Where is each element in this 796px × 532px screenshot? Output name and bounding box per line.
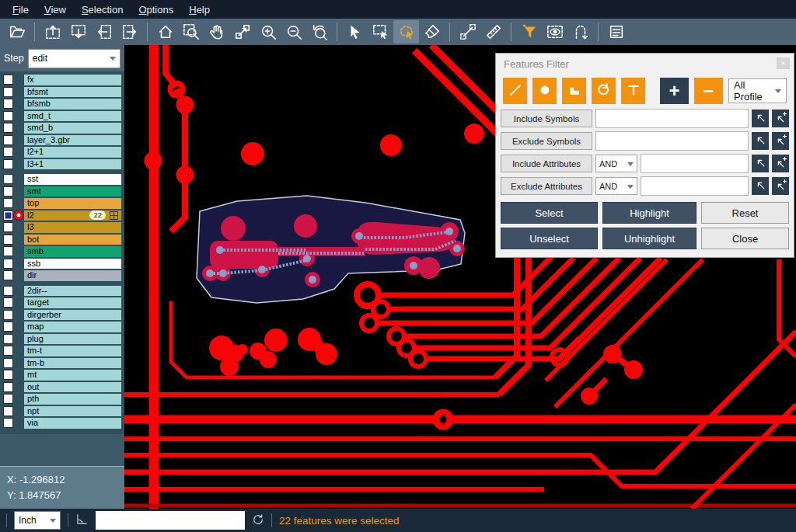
layer-row-sst[interactable]: sst: [0, 173, 124, 186]
layer-checkbox[interactable]: [3, 235, 13, 245]
layer-checkbox[interactable]: [3, 382, 13, 392]
layer-name[interactable]: out: [24, 382, 121, 393]
layer-row-smt[interactable]: smt: [0, 186, 124, 198]
layer-row-l3+1[interactable]: l3+1: [0, 158, 124, 171]
paste-up-button[interactable]: [40, 20, 65, 43]
pick-from-view-button[interactable]: [752, 177, 769, 195]
pan-view-button[interactable]: [229, 20, 255, 43]
home-button[interactable]: [152, 20, 178, 43]
layer-name[interactable]: dir: [24, 270, 121, 281]
pan-hand-button[interactable]: [204, 20, 229, 43]
layer-name[interactable]: top: [24, 198, 121, 209]
layer-name[interactable]: l3+1: [24, 159, 121, 170]
rect-select-button[interactable]: [368, 20, 393, 43]
layer-checkbox[interactable]: [3, 159, 13, 169]
pick-add-button[interactable]: [772, 155, 789, 172]
exclude-attributes-input[interactable]: [641, 176, 749, 196]
menu-file[interactable]: File: [5, 2, 37, 18]
layer-name[interactable]: smb: [24, 246, 121, 257]
features-filter-button[interactable]: [516, 20, 542, 43]
layer-row-map[interactable]: map: [0, 321, 124, 333]
layer-checkbox[interactable]: [3, 135, 13, 145]
layer-checkbox[interactable]: [3, 394, 13, 404]
text-filter-button[interactable]: [621, 78, 645, 104]
pick-add-button[interactable]: [772, 177, 789, 195]
layer-name[interactable]: smd_t: [24, 111, 121, 122]
layer-name[interactable]: ssb: [24, 259, 121, 269]
layer-row-mt[interactable]: mt: [0, 369, 124, 381]
layer-row-l3[interactable]: l3: [0, 221, 124, 234]
layer-name[interactable]: smd_b: [24, 123, 121, 134]
layer-name[interactable]: via: [24, 418, 121, 429]
layers-panel-button[interactable]: [603, 20, 629, 43]
paste-left-button[interactable]: [91, 20, 117, 43]
layer-row-fx[interactable]: fx: [0, 74, 124, 86]
layer-checkbox[interactable]: [3, 334, 13, 344]
layer-name[interactable]: l222: [24, 210, 121, 221]
layer-row-smb[interactable]: smb: [0, 245, 124, 258]
menu-options[interactable]: Options: [131, 2, 181, 18]
layer-name[interactable]: 2dir--: [24, 286, 121, 297]
layer-row-pth[interactable]: pth: [0, 393, 124, 405]
layer-checkbox[interactable]: [3, 270, 13, 280]
layer-name[interactable]: l3: [24, 222, 121, 233]
layer-name[interactable]: tm-b: [24, 358, 121, 369]
exclude-attributes-button[interactable]: Exclude Attributes: [501, 177, 592, 195]
pick-from-view-button[interactable]: [752, 155, 769, 172]
layer-row-dirgerber[interactable]: dirgerber: [0, 309, 124, 322]
layer-name[interactable]: target: [24, 297, 121, 308]
step-select[interactable]: edit: [28, 49, 120, 68]
layer-checkbox[interactable]: [3, 210, 13, 221]
layer-name[interactable]: bfsmb: [24, 99, 121, 110]
zoom-window-button[interactable]: [178, 20, 204, 43]
layer-name[interactable]: bfsmt: [24, 87, 121, 98]
menu-help[interactable]: Help: [181, 2, 218, 18]
minus-filter-button[interactable]: −: [694, 78, 723, 104]
layer-checkbox[interactable]: [3, 75, 13, 85]
paste-right-button[interactable]: [117, 20, 142, 43]
ruler-button[interactable]: [480, 20, 506, 43]
close-button[interactable]: Close: [701, 228, 789, 249]
layer-row-layer_3.gbr[interactable]: layer_3.gbr: [0, 134, 124, 147]
layer-row-tm-b[interactable]: tm-b: [0, 357, 124, 370]
polygon-select-button[interactable]: [393, 20, 419, 43]
layer-name[interactable]: pth: [24, 394, 121, 405]
zoom-previous-button[interactable]: [306, 20, 332, 43]
layer-row-target[interactable]: target: [0, 297, 124, 309]
layer-row-bfsmb[interactable]: bfsmb: [0, 98, 124, 110]
plus-filter-button[interactable]: +: [660, 78, 689, 104]
zoom-in-button[interactable]: [255, 20, 281, 43]
paste-down-button[interactable]: [65, 20, 91, 43]
clean-brush-button[interactable]: [419, 20, 445, 43]
layer-name[interactable]: bot: [24, 235, 121, 245]
layer-checkbox[interactable]: [3, 322, 13, 332]
layer-row-smd_t[interactable]: smd_t: [0, 110, 124, 123]
layer-checkbox[interactable]: [3, 310, 13, 320]
pointer-select-button[interactable]: [342, 20, 368, 43]
reset-button[interactable]: Reset: [701, 202, 789, 224]
layer-checkbox[interactable]: [3, 297, 13, 308]
layer-name[interactable]: dirgerber: [24, 310, 121, 321]
pick-from-view-button[interactable]: [752, 110, 769, 127]
layer-name[interactable]: layer_3.gbr: [24, 135, 121, 146]
layer-checkbox[interactable]: [3, 286, 13, 296]
layer-row-ssb[interactable]: ssb: [0, 258, 124, 270]
include-attributes-operator-select[interactable]: AND: [595, 155, 637, 172]
layer-name[interactable]: map: [24, 322, 121, 332]
exclude-symbols-input[interactable]: [595, 131, 749, 151]
refresh-icon[interactable]: [252, 513, 264, 528]
layer-checkbox[interactable]: [3, 111, 13, 121]
menu-selection[interactable]: Selection: [74, 2, 131, 18]
layer-checkbox[interactable]: [3, 358, 13, 368]
open-button[interactable]: [4, 20, 30, 43]
exclude-attributes-operator-select[interactable]: AND: [595, 177, 637, 195]
layer-checkbox[interactable]: [3, 259, 13, 269]
pick-from-view-button[interactable]: [752, 132, 769, 150]
arc-filter-button[interactable]: [592, 78, 616, 104]
layer-row-l2+1[interactable]: l2+1: [0, 146, 124, 158]
exclude-symbols-button[interactable]: Exclude Symbols: [501, 132, 592, 150]
layer-checkbox[interactable]: [3, 406, 13, 416]
include-attributes-input[interactable]: [641, 154, 749, 173]
layer-row-tm-t[interactable]: tm-t: [0, 345, 124, 357]
menu-view[interactable]: View: [37, 2, 74, 18]
